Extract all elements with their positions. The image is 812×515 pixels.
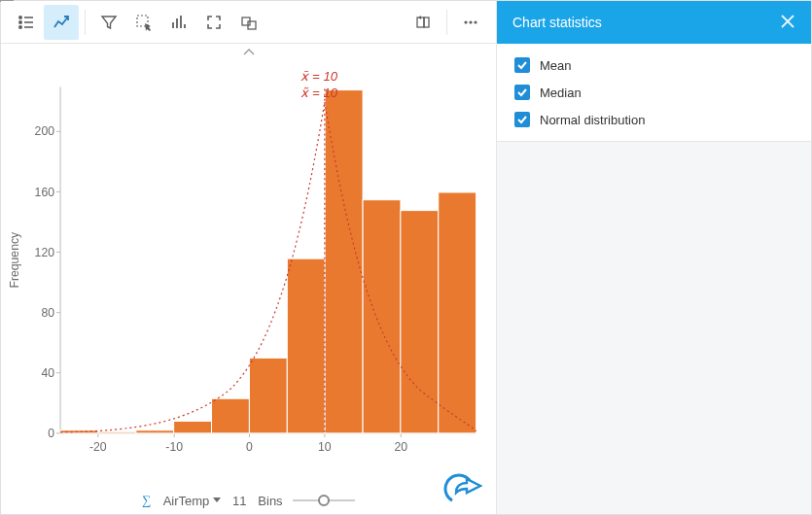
stats-options: Mean Median Normal distribution xyxy=(497,44,811,142)
crossfilter-icon[interactable] xyxy=(231,5,266,40)
statistics-icon[interactable] xyxy=(44,5,79,40)
bin-slider[interactable] xyxy=(293,499,355,501)
svg-text:0: 0 xyxy=(48,427,54,440)
svg-rect-46 xyxy=(212,398,250,433)
svg-rect-47 xyxy=(249,358,287,432)
histogram-chart[interactable]: 0 40 80 120 160 200 -20 -10 0 10 20 xyxy=(1,57,496,473)
option-mean[interactable]: Mean xyxy=(514,57,794,73)
field-dropdown[interactable]: AirTemp xyxy=(163,494,222,508)
svg-text:80: 80 xyxy=(41,306,54,320)
checkbox-icon[interactable] xyxy=(514,85,530,100)
y-axis-label: Frequency xyxy=(8,231,21,289)
chart-panel: 0 40 80 120 160 200 -20 -10 0 10 20 xyxy=(1,1,496,514)
svg-rect-45 xyxy=(174,421,212,432)
svg-point-4 xyxy=(19,25,21,27)
legend-icon[interactable] xyxy=(9,5,44,40)
svg-point-16 xyxy=(469,20,472,23)
svg-point-2 xyxy=(19,20,21,22)
option-median-label: Median xyxy=(540,86,582,100)
mean-annotation: x̄ = 10 xyxy=(300,69,337,84)
svg-text:200: 200 xyxy=(35,124,55,138)
stats-header: Chart statistics xyxy=(497,1,811,44)
svg-text:-20: -20 xyxy=(89,440,107,454)
option-median[interactable]: Median xyxy=(514,85,794,100)
chart-toolbar xyxy=(1,1,496,44)
sort-icon[interactable] xyxy=(161,5,196,40)
svg-rect-48 xyxy=(287,258,325,433)
svg-text:20: 20 xyxy=(394,440,407,454)
option-normal-label: Normal distribution xyxy=(540,113,645,127)
svg-point-0 xyxy=(19,16,21,17)
more-icon[interactable] xyxy=(453,5,488,40)
checkbox-icon[interactable] xyxy=(514,112,530,127)
option-mean-label: Mean xyxy=(540,58,572,73)
stats-panel: Chart statistics Mean Median Normal dist… xyxy=(496,1,811,514)
option-normal[interactable]: Normal distribution xyxy=(514,112,794,127)
stats-title: Chart statistics xyxy=(512,15,780,30)
svg-text:40: 40 xyxy=(41,366,54,380)
bins-label: Bins xyxy=(258,494,282,508)
field-name: AirTemp xyxy=(163,494,210,508)
sigma-icon: ∑ xyxy=(142,493,151,508)
checkbox-icon[interactable] xyxy=(514,57,530,73)
filter-icon[interactable] xyxy=(91,5,126,40)
share-icon[interactable] xyxy=(441,465,482,506)
svg-rect-44 xyxy=(136,430,174,433)
chevron-down-icon xyxy=(213,498,221,503)
svg-text:0: 0 xyxy=(246,440,253,454)
svg-text:10: 10 xyxy=(318,440,332,454)
svg-point-15 xyxy=(464,20,467,23)
svg-point-17 xyxy=(474,20,477,23)
svg-rect-50 xyxy=(363,200,401,433)
close-icon[interactable] xyxy=(780,14,795,32)
bin-count: 11 xyxy=(230,494,248,508)
svg-rect-54 xyxy=(439,192,477,433)
flip-icon[interactable] xyxy=(406,5,441,40)
svg-text:-10: -10 xyxy=(165,440,183,454)
bin-controls: ∑ AirTemp 11 Bins xyxy=(1,493,496,508)
chart-body: 0 40 80 120 160 200 -20 -10 0 10 20 xyxy=(1,44,496,514)
app-frame: 0 40 80 120 160 200 -20 -10 0 10 20 xyxy=(0,0,812,515)
median-annotation: x͂ = 10 xyxy=(300,86,337,100)
select-icon[interactable] xyxy=(126,5,161,40)
svg-text:160: 160 xyxy=(35,186,55,199)
svg-rect-43 xyxy=(98,431,136,433)
svg-rect-14 xyxy=(424,17,429,27)
svg-text:120: 120 xyxy=(35,246,55,259)
fullscreen-icon[interactable] xyxy=(196,5,231,40)
svg-rect-49 xyxy=(325,90,363,433)
